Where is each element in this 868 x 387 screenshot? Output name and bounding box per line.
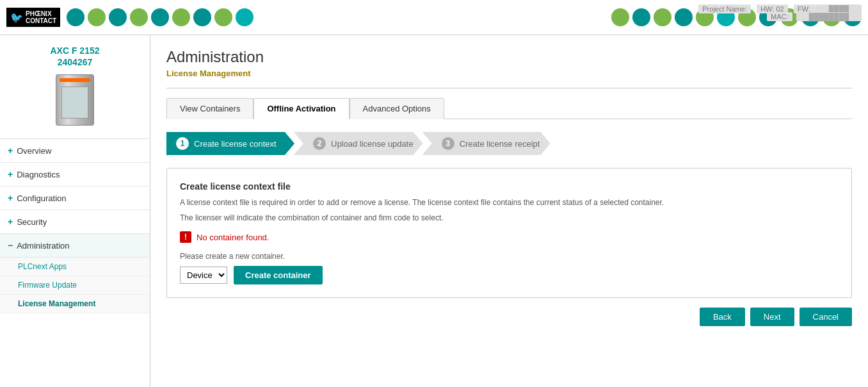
device-select[interactable]: Device (180, 267, 227, 284)
expand-icon-diagnostics: + (8, 169, 13, 179)
form-row: Device Create container (180, 266, 839, 284)
page-title: Administration (166, 48, 852, 66)
project-name-label: Project Name: (698, 4, 751, 13)
sidebar-item-firmware-update[interactable]: Firmware Update (0, 276, 150, 295)
expand-icon-administration: − (8, 240, 13, 251)
circle-2 (88, 8, 106, 26)
device-info: AXC F 2152 2404267 (0, 35, 150, 139)
logo-bird-icon: 🐦 (10, 12, 23, 24)
panel-title: Create license context file (180, 181, 839, 192)
sidebar-item-administration[interactable]: − Administration (0, 234, 150, 258)
tab-view-containers[interactable]: View Containers (166, 98, 253, 119)
circle-1 (67, 8, 84, 26)
sidebar-item-overview[interactable]: + Overview (0, 139, 150, 163)
mac-row: MAC: ████████ (698, 13, 862, 21)
error-message: No container found. (197, 233, 269, 242)
sidebar-item-diagnostics[interactable]: + Diagnostics (0, 163, 150, 186)
cancel-button[interactable]: Cancel (800, 308, 852, 326)
error-box: ! No container found. (180, 231, 839, 243)
circle-7 (193, 8, 211, 26)
phoenix-contact-logo: 🐦 PHŒNIXCONTACT (6, 8, 60, 27)
back-button[interactable]: Back (700, 308, 745, 326)
sidebar-label-configuration: Configuration (17, 194, 66, 203)
circle-r3 (654, 8, 671, 26)
step-3-label: Create license receipt (460, 139, 540, 149)
step-2-number: 2 (313, 137, 326, 150)
wizard-steps: 1 Create license context 2 Upload licens… (166, 132, 852, 155)
logo-area: 🐦 PHŒNIXCONTACT (6, 8, 60, 27)
circle-r1 (611, 8, 629, 26)
device-image (56, 74, 94, 126)
next-button[interactable]: Next (750, 308, 794, 326)
device-name: AXC F 2152 2404267 (6, 45, 143, 68)
app-layout: AXC F 2152 2404267 + Overview + Diagnost… (0, 35, 868, 387)
expand-icon-configuration: + (8, 193, 13, 203)
step-2-label: Upload license update (331, 139, 414, 149)
expand-icon-security: + (8, 217, 13, 227)
panel-desc1: A license context file is required in or… (180, 197, 839, 208)
content-panel: Create license context file A license co… (166, 168, 852, 298)
panel-desc2: The licenser will indicate the combinati… (180, 212, 839, 224)
wizard-step-3: 3 Create license receipt (422, 132, 551, 155)
expand-icon-overview: + (8, 145, 13, 156)
circle-r2 (632, 8, 650, 26)
sidebar-item-security[interactable]: + Security (0, 210, 150, 234)
bottom-bar: Back Next Cancel (166, 308, 852, 326)
circle-4 (130, 8, 148, 26)
circle-3 (109, 8, 127, 26)
sidebar-label-administration: Administration (17, 241, 69, 251)
device-name-line2: 2404267 (58, 57, 93, 67)
wizard-step-1: 1 Create license context (166, 132, 294, 155)
tab-bar: View Containers Offline Activation Advan… (166, 98, 852, 119)
error-icon: ! (180, 231, 191, 243)
top-bar: 🐦 PHŒNIXCONTACT Project Name: HW: 02 (0, 0, 868, 35)
circle-6 (172, 8, 190, 26)
info-text: Please create a new container. (180, 251, 839, 262)
circle-8 (214, 8, 232, 26)
step-1-number: 1 (176, 137, 189, 150)
create-container-button[interactable]: Create container (234, 266, 323, 284)
circle-r4 (675, 8, 693, 26)
mac-value: ████████ (796, 12, 862, 21)
circle-5 (151, 8, 169, 26)
sidebar: AXC F 2152 2404267 + Overview + Diagnost… (0, 35, 150, 387)
circle-9 (236, 8, 253, 26)
logo-text: PHŒNIXCONTACT (26, 10, 56, 24)
step-1-label: Create license context (194, 139, 277, 149)
sidebar-item-license-management[interactable]: License Management (0, 295, 150, 313)
sidebar-item-plcnext-apps[interactable]: PLCnext Apps (0, 258, 150, 276)
main-content: Administration License Management View C… (150, 35, 868, 387)
sidebar-label-overview: Overview (17, 146, 51, 156)
mac-label: MAC: (767, 12, 792, 21)
tab-advanced-options[interactable]: Advanced Options (350, 98, 444, 119)
divider (166, 88, 852, 88)
administration-submenu: PLCnext Apps Firmware Update License Man… (0, 258, 150, 313)
tab-offline-activation[interactable]: Offline Activation (253, 98, 349, 119)
wizard-step-2: 2 Upload license update (294, 132, 423, 155)
circles-left (67, 8, 253, 26)
device-name-line1: AXC F 2152 (50, 45, 99, 56)
sidebar-label-security: Security (17, 217, 47, 227)
project-info: Project Name: HW: 02 FW: ████ MAC: █████… (698, 5, 862, 21)
step-3-number: 3 (442, 137, 454, 150)
sidebar-item-configuration[interactable]: + Configuration (0, 186, 150, 210)
sidebar-label-diagnostics: Diagnostics (17, 170, 60, 179)
section-label: License Management (166, 69, 852, 78)
